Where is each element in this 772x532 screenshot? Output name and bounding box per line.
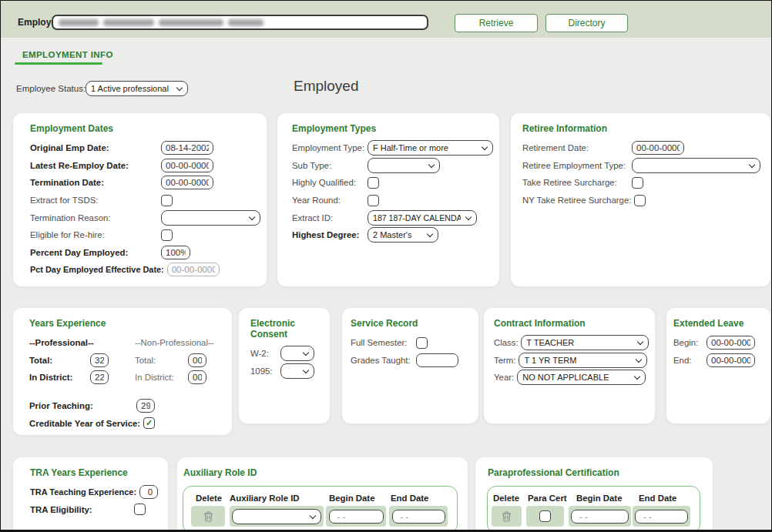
- chevron-down-icon: [428, 162, 435, 168]
- delete-row-button[interactable]: [203, 511, 213, 522]
- prof-in-district-input[interactable]: [90, 370, 109, 384]
- nonprof-in-district-label: In District:: [135, 373, 188, 382]
- pct-day-effective-date-input: [167, 263, 220, 276]
- card-title: Auxiliary Role ID: [177, 457, 468, 478]
- eligible-rehire-checkbox[interactable]: [161, 229, 173, 241]
- para-cert-cell: [526, 506, 564, 527]
- para-end-date-input[interactable]: [635, 510, 688, 524]
- termination-date-input[interactable]: [161, 176, 213, 189]
- chevron-down-icon: [636, 356, 642, 363]
- aux-end-date-input[interactable]: [392, 510, 445, 524]
- retirement-date-input[interactable]: [632, 141, 684, 155]
- tab-employment-info[interactable]: EMPLOYMENT INFO: [22, 50, 113, 59]
- chevron-down-icon: [465, 213, 472, 219]
- years-experience-card: Years Experience --Professional-- --Non-…: [12, 307, 233, 436]
- prof-total-input[interactable]: [90, 353, 109, 367]
- tra-eligibility-label: TRA Eligibility:: [30, 505, 134, 514]
- card-title: Paraprofessional Certification: [475, 457, 713, 478]
- tra-teaching-experience-label: TRA Teaching Experience:: [30, 487, 139, 497]
- ny-take-retiree-surcharge-checkbox[interactable]: [634, 195, 646, 206]
- original-emp-date-label: Original Emp Date:: [30, 143, 161, 152]
- prof-in-district-label: In District:: [29, 373, 90, 382]
- end-date-cell: [389, 506, 448, 527]
- tra-eligibility-checkbox[interactable]: [134, 504, 146, 515]
- full-semester-label: Full Semester:: [351, 338, 416, 347]
- highest-degree-select[interactable]: 2 Master's: [368, 227, 438, 243]
- delete-row-button[interactable]: [502, 511, 512, 522]
- sub-type-select[interactable]: [368, 158, 440, 173]
- 1095-select[interactable]: [280, 363, 314, 379]
- directory-button[interactable]: Directory: [545, 14, 628, 32]
- retiree-information-card: Retiree Information Retirement Date: Ret…: [510, 112, 771, 287]
- employed-heading: Employed: [294, 78, 359, 95]
- prior-teaching-label: Prior Teaching:: [29, 401, 136, 410]
- nonprof-total-input[interactable]: [188, 353, 206, 367]
- chevron-down-icon: [634, 373, 640, 380]
- employee-input[interactable]: [52, 15, 428, 30]
- auxiliary-role-grid: Delete Auxiliary Role ID Begin Date End …: [183, 486, 458, 532]
- percent-day-employed-input[interactable]: [161, 246, 190, 259]
- prior-teaching-input[interactable]: [136, 399, 155, 413]
- w2-select[interactable]: [280, 346, 314, 361]
- term-select[interactable]: T 1 YR TERM: [519, 353, 647, 368]
- nonprof-in-district-input[interactable]: [188, 370, 206, 384]
- full-semester-checkbox[interactable]: [416, 337, 428, 349]
- prof-total-label: Total:: [29, 356, 90, 365]
- highest-degree-label: Highest Degree:: [292, 230, 368, 239]
- retiree-employment-type-label: Retiree Employment Type:: [522, 161, 632, 170]
- grades-taught-input[interactable]: [416, 353, 458, 367]
- end-date-cell: [633, 506, 690, 527]
- professional-header: --Professional--: [29, 338, 135, 347]
- aux-begin-date-input[interactable]: [329, 510, 384, 524]
- employee-status-label: Employee Status:: [16, 84, 86, 93]
- employee-status-select[interactable]: 1 Active professional: [86, 81, 188, 96]
- class-select[interactable]: T TEACHER: [521, 335, 649, 350]
- employment-type-select[interactable]: F Half-Time or more: [368, 140, 493, 156]
- sub-type-label: Sub Type:: [292, 161, 368, 170]
- extract-for-tsds-label: Extract for TSDS:: [30, 196, 161, 205]
- creditable-year-checkbox[interactable]: ✓: [143, 417, 155, 429]
- extended-leave-end-input[interactable]: [707, 353, 755, 367]
- year-round-checkbox[interactable]: [368, 195, 379, 206]
- para-begin-date-input[interactable]: [571, 510, 629, 524]
- take-retiree-surcharge-checkbox[interactable]: [632, 177, 643, 189]
- chevron-down-icon: [749, 162, 755, 168]
- latest-reemploy-date-input[interactable]: [161, 159, 213, 172]
- extended-leave-begin-input[interactable]: [707, 336, 755, 350]
- retirement-date-label: Retirement Date:: [522, 143, 632, 152]
- original-emp-date-input[interactable]: [161, 141, 213, 155]
- eligible-rehire-label: Eligible for Re-hire:: [30, 230, 161, 239]
- delete-cell: [492, 506, 522, 527]
- grid-header-end-date: End Date: [389, 494, 428, 503]
- termination-reason-select[interactable]: [161, 210, 260, 226]
- highly-qualified-checkbox[interactable]: [368, 177, 379, 189]
- grid-header-begin-date: Begin Date: [571, 494, 637, 503]
- tra-teaching-experience-input[interactable]: [139, 485, 158, 499]
- employment-info-page: Employee: Retrieve Directory EMPLOYMENT …: [0, 0, 772, 532]
- employment-type-label: Employment Type:: [292, 143, 368, 152]
- retiree-employment-type-select[interactable]: [632, 158, 760, 173]
- year-round-label: Year Round:: [292, 196, 368, 205]
- begin-date-cell: [569, 506, 631, 527]
- extract-for-tsds-checkbox[interactable]: [161, 195, 173, 206]
- extract-id-select[interactable]: 187 187-DAY CALENDAR: [368, 210, 477, 226]
- employment-types-card: Employment Types Employment Type: F Half…: [277, 112, 500, 287]
- termination-reason-label: Termination Reason:: [30, 213, 161, 223]
- redacted-text: [159, 19, 223, 26]
- chevron-down-icon: [176, 85, 183, 91]
- grid-header-para-cert: Para Cert: [525, 494, 571, 503]
- para-cert-checkbox[interactable]: [539, 510, 551, 522]
- termination-date-label: Termination Date:: [30, 178, 161, 187]
- year-select[interactable]: NO NOT APPLICABLE: [517, 370, 646, 385]
- auxiliary-role-id-select[interactable]: [232, 509, 321, 524]
- tab-active-underline: [15, 62, 102, 65]
- card-title: TRA Years Experience: [30, 457, 163, 478]
- nonprof-total-label: Total:: [135, 356, 188, 365]
- percent-day-employed-label: Percent Day Employed:: [30, 248, 161, 257]
- non-professional-header: --Non-Professional--: [135, 338, 217, 347]
- employment-dates-card: Employment Dates Original Emp Date: Late…: [12, 112, 267, 287]
- begin-label: Begin:: [673, 338, 707, 347]
- retrieve-button[interactable]: Retrieve: [455, 14, 538, 32]
- redacted-text: [103, 19, 154, 26]
- w2-label: W-2:: [250, 349, 280, 358]
